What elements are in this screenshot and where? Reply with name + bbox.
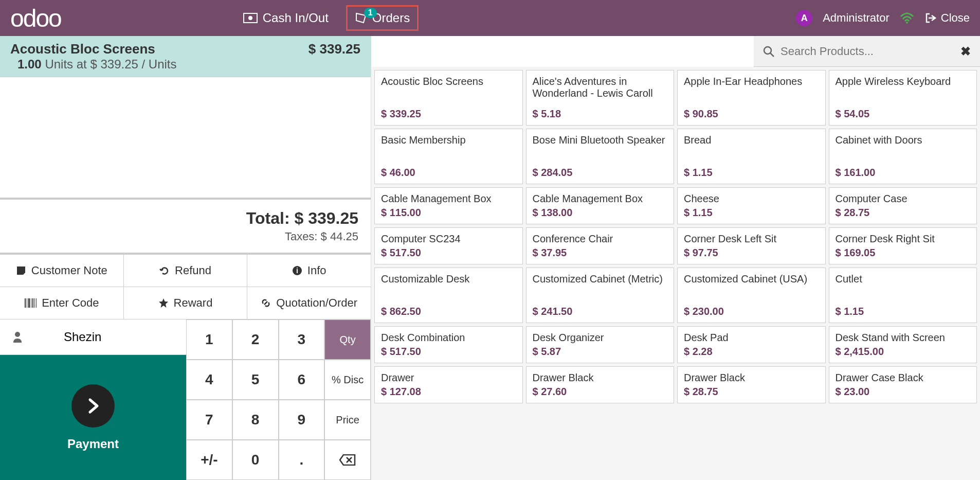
quotation-button[interactable]: Quotation/Order [247,287,371,319]
product-name: Cheese [684,193,819,205]
numpad-qty[interactable]: Qty [324,319,371,360]
product-card[interactable]: Bread$ 1.15 [677,129,826,184]
product-card[interactable]: Drawer Case Black$ 23.00 [829,366,977,403]
svg-rect-5 [25,298,26,308]
customer-button[interactable]: Shezin [0,319,186,355]
product-card[interactable]: Desk Stand with Screen$ 2,415.00 [829,326,977,363]
product-card[interactable]: Customized Cabinet (USA)$ 230.00 [677,268,826,323]
numpad-9[interactable]: 9 [279,400,325,440]
numpad-dot[interactable]: . [279,440,325,480]
numpad-4[interactable]: 4 [186,360,232,400]
product-card[interactable]: Drawer$ 127.08 [374,366,523,403]
product-card[interactable]: Apple Wireless Keyboard$ 54.05 [829,70,977,126]
product-card[interactable]: Drawer Black$ 28.75 [677,366,826,403]
numpad-5[interactable]: 5 [232,360,279,400]
product-name: Apple Wireless Keyboard [836,76,971,87]
customer-name: Shezin [64,330,101,344]
user-name[interactable]: Administrator [823,11,890,25]
note-label: Customer Note [31,264,107,277]
product-card[interactable]: Cable Management Box$ 115.00 [374,187,523,224]
product-price: $ 1.15 [836,306,971,317]
payment-button[interactable]: Payment [0,355,186,480]
customer-note-button[interactable]: Customer Note [0,255,124,287]
numpad-6[interactable]: 6 [279,360,325,400]
numpad-3[interactable]: 3 [279,319,325,360]
product-price: $ 169.05 [836,247,971,259]
numpad-2[interactable]: 2 [232,319,279,360]
svg-rect-11 [36,298,37,308]
numpad-price[interactable]: Price [324,400,371,440]
reward-label: Reward [174,296,213,310]
numpad-disc[interactable]: % Disc [324,360,371,400]
product-card[interactable]: Desk Combination$ 517.50 [374,326,523,363]
info-button[interactable]: i Info [247,255,371,287]
product-price: $ 5.87 [533,346,668,358]
product-card[interactable]: Cheese$ 1.15 [677,187,826,224]
close-button[interactable]: Close [924,11,970,25]
search-input[interactable] [781,45,960,58]
product-name: Bose Mini Bluetooth Speaker [533,134,668,146]
numpad-backspace[interactable] [324,440,371,480]
product-price: $ 115.00 [381,207,516,219]
product-card[interactable]: Cabinet with Doors$ 161.00 [829,129,977,184]
svg-point-12 [15,332,20,337]
search-wrapper: ✖ [371,36,980,67]
numpad-0[interactable]: 0 [232,440,279,480]
numpad-7[interactable]: 7 [186,400,232,440]
product-card[interactable]: Customizable Desk$ 862.50 [374,268,523,323]
product-name: Apple In-Ear Headphones [684,76,819,87]
product-card[interactable]: Computer SC234$ 517.50 [374,227,523,264]
product-price: $ 23.00 [836,386,971,398]
reward-button[interactable]: Reward [124,287,248,319]
product-card[interactable]: Apple In-Ear Headphones$ 90.85 [677,70,826,126]
action-row-1: Customer Note Refund i Info [0,255,371,287]
numpad-1[interactable]: 1 [186,319,232,360]
svg-text:i: i [296,266,298,275]
product-card[interactable]: Conference Chair$ 37.95 [526,227,675,264]
cash-in-out-button[interactable]: Cash In/Out [236,5,336,31]
product-name: Desk Organizer [533,332,668,344]
product-card[interactable]: Alice's Adventures in Wonderland - Lewis… [526,70,675,126]
product-card[interactable]: Corner Desk Right Sit$ 169.05 [829,227,977,264]
numpad-8[interactable]: 8 [232,400,279,440]
totals: Total: $ 339.25 Taxes: $ 44.25 [0,200,371,255]
product-price: $ 5.18 [533,108,668,120]
product-name: Customizable Desk [381,273,516,285]
order-line[interactable]: Acoustic Bloc Screens $ 339.25 1.00 Unit… [0,36,371,77]
product-name: Desk Stand with Screen [836,332,971,344]
product-price: $ 90.85 [684,108,819,120]
product-card[interactable]: Desk Organizer$ 5.87 [526,326,675,363]
refund-button[interactable]: Refund [124,255,248,287]
product-price: $ 1.15 [684,207,819,219]
code-label: Enter Code [42,296,99,310]
avatar[interactable]: A [796,10,812,26]
numpad-area: Shezin Payment 1 2 3 Qty 4 5 6 % Disc 7 [0,319,371,480]
payment-label: Payment [67,437,119,451]
enter-code-button[interactable]: Enter Code [0,287,124,319]
product-card[interactable]: Bose Mini Bluetooth Speaker$ 284.05 [526,129,675,184]
action-row-2: Enter Code Reward Quotation/Order [0,287,371,319]
close-icon[interactable]: ✖ [960,44,971,59]
product-name: Bread [684,134,819,146]
backspace-icon [339,454,356,466]
product-card[interactable]: Customized Cabinet (Metric)$ 241.50 [526,268,675,323]
product-card[interactable]: Drawer Black$ 27.60 [526,366,675,403]
svg-rect-6 [27,298,27,308]
search-spacer [371,36,754,67]
product-card[interactable]: Basic Membership$ 46.00 [374,129,523,184]
orders-button[interactable]: 1 Orders [346,5,419,31]
numpad-plusminus[interactable]: +/- [186,440,232,480]
product-name: Corner Desk Right Sit [836,233,971,245]
product-grid: Acoustic Bloc Screens$ 339.25Alice's Adv… [371,67,980,480]
search-icon [763,46,774,57]
product-card[interactable]: Acoustic Bloc Screens$ 339.25 [374,70,523,126]
svg-point-13 [764,47,771,54]
product-card[interactable]: Desk Pad$ 2.28 [677,326,826,363]
product-price: $ 230.00 [684,306,819,317]
product-card[interactable]: Computer Case$ 28.75 [829,187,977,224]
product-card[interactable]: Cable Management Box$ 138.00 [526,187,675,224]
product-card[interactable]: Cutlet$ 1.15 [829,268,977,323]
order-unit-text: Units at $ 339.25 / Units [45,57,176,71]
svg-rect-7 [28,298,30,308]
product-card[interactable]: Corner Desk Left Sit$ 97.75 [677,227,826,264]
